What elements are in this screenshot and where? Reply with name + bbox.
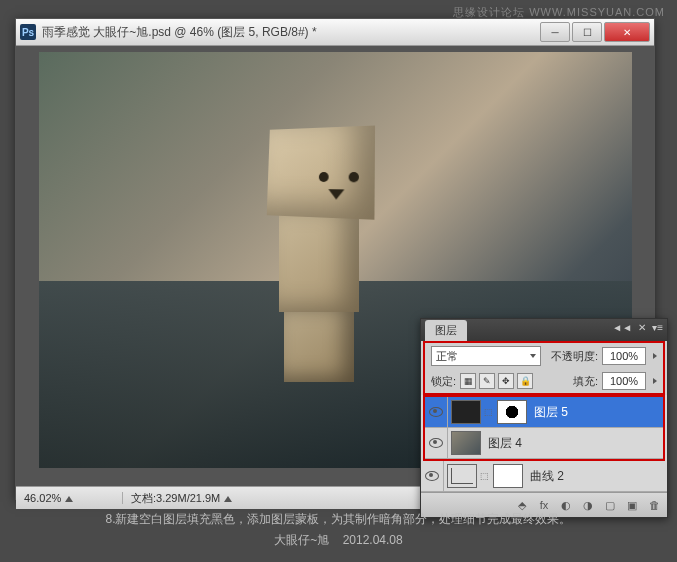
minimize-button[interactable]: ─ [540,22,570,42]
tab-layers[interactable]: 图层 [425,320,467,341]
layer-name[interactable]: 图层 5 [530,404,568,421]
highlight-box-1: 正常 不透明度: 100% 锁定: ▦ ✎ ✥ 🔒 填充: 100% [423,341,665,395]
layer-name[interactable]: 曲线 2 [526,468,564,485]
fill-input[interactable]: 100% [602,372,646,390]
opacity-input[interactable]: 100% [602,347,646,365]
app-icon: Ps [20,24,36,40]
titlebar: Ps 雨季感觉 大眼仔~旭.psd @ 46% (图层 5, RGB/8#) *… [16,19,654,46]
layer-thumbnail[interactable] [451,431,481,455]
mask-thumbnail[interactable] [493,464,523,488]
highlight-box-2: ⬚ 图层 5 图层 4 [423,395,665,461]
panel-menu-icon[interactable]: ▾≡ [652,322,663,333]
opacity-label: 不透明度: [551,349,598,364]
layer-row-4[interactable]: 图层 4 [425,428,663,459]
lock-row: 锁定: ▦ ✎ ✥ 🔒 填充: 100% [425,369,663,393]
zoom-level[interactable]: 46.02% [16,492,123,504]
panel-tabbar: 图层 ◄◄ ✕ ▾≡ [421,319,667,341]
layer-thumbnail[interactable] [451,400,481,424]
visibility-toggle[interactable] [425,397,448,427]
caption-line2: 大眼仔~旭 2012.04.08 [0,530,677,550]
lock-label: 锁定: [431,374,456,389]
layer-list: ⬚ 图层 5 图层 4 ⬚ 曲线 2 [421,395,667,492]
close-button[interactable]: ✕ [604,22,650,42]
lock-transparent-icon[interactable]: ▦ [460,373,476,389]
caption-line1: 8.新建空白图层填充黑色，添加图层蒙板，为其制作暗角部分，处理细节完成最终效果。 [0,509,677,529]
doc-arrow-icon [224,496,232,502]
lock-icons: ▦ ✎ ✥ 🔒 [460,373,533,389]
blend-mode-select[interactable]: 正常 [431,346,541,366]
maximize-button[interactable]: ☐ [572,22,602,42]
eye-icon [429,407,443,417]
visibility-toggle[interactable] [425,428,448,458]
lock-all-icon[interactable]: 🔒 [517,373,533,389]
adjustment-thumbnail[interactable] [447,464,477,488]
eye-icon [429,438,443,448]
caption: 8.新建空白图层填充黑色，添加图层蒙板，为其制作暗角部分，处理细节完成最终效果。… [0,509,677,550]
window-controls: ─ ☐ ✕ [538,22,650,42]
doc-info[interactable]: 文档:3.29M/21.9M [123,491,240,506]
panel-collapse-icon[interactable]: ◄◄ [612,322,632,333]
mask-thumbnail[interactable] [497,400,527,424]
layers-panel: 图层 ◄◄ ✕ ▾≡ 正常 不透明度: 100% 锁定: ▦ ✎ ✥ 🔒 填充:… [420,318,668,518]
layer-row-5[interactable]: ⬚ 图层 5 [425,397,663,428]
fill-label: 填充: [573,374,598,389]
opacity-arrow-icon[interactable] [653,353,657,359]
dropdown-icon [530,354,536,358]
layer-row-curves[interactable]: ⬚ 曲线 2 [421,461,667,492]
panel-close-icon[interactable]: ✕ [638,322,646,333]
fill-arrow-icon[interactable] [653,378,657,384]
window-title: 雨季感觉 大眼仔~旭.psd @ 46% (图层 5, RGB/8#) * [42,24,538,41]
visibility-toggle[interactable] [421,461,444,491]
link-icon: ⬚ [480,471,490,481]
blend-row: 正常 不透明度: 100% [425,343,663,369]
lock-position-icon[interactable]: ✥ [498,373,514,389]
lock-pixels-icon[interactable]: ✎ [479,373,495,389]
zoom-arrow-icon [65,496,73,502]
link-icon: ⬚ [484,407,494,417]
layer-name[interactable]: 图层 4 [484,435,522,452]
eye-icon [425,471,439,481]
